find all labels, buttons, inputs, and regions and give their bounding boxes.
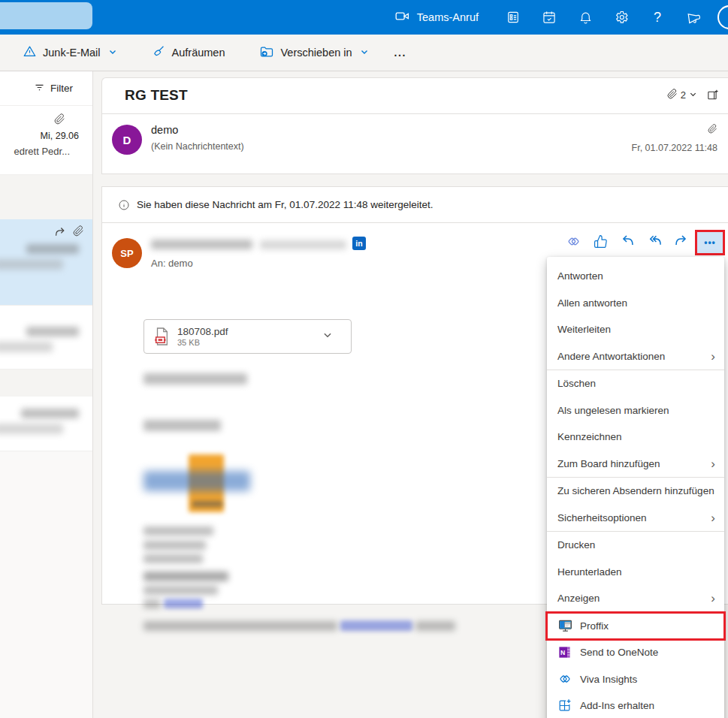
redacted-label	[143, 599, 161, 608]
menu-item-zum-board-hinzufuegen[interactable]: Zum Board hinzufügen›	[547, 451, 724, 478]
filter-button[interactable]: Filter	[0, 71, 92, 106]
command-toolbar: Junk-E-Mail Aufräumen Verschieben in ...	[0, 35, 728, 71]
redacted-date	[26, 327, 79, 336]
help-icon[interactable]: ?	[639, 0, 675, 35]
menu-item-viva-insights[interactable]: Viva Insights	[547, 666, 724, 693]
chevron-down-icon	[108, 47, 117, 59]
menu-item-allen-antworten[interactable]: Allen antworten	[547, 290, 724, 317]
attachment-name: 180708.pdf	[177, 326, 228, 339]
paperclip-icon	[667, 89, 678, 101]
submenu-chevron-icon: ›	[711, 511, 715, 524]
teams-call-label: Teams-Anruf	[417, 11, 479, 23]
redacted-text	[0, 342, 53, 352]
menu-item-loeschen[interactable]: Löschen	[547, 370, 724, 397]
message-sender: edrett Pedr...	[14, 146, 70, 157]
proffix-app-icon	[557, 618, 574, 633]
menu-item-kennzeichnen[interactable]: Kennzeichnen	[547, 424, 724, 451]
redacted-phone-line	[143, 586, 218, 595]
sender-name: demo	[151, 124, 178, 136]
like-icon[interactable]	[593, 234, 608, 249]
redacted-phone-line	[143, 572, 228, 581]
toolbar-overflow-button[interactable]: ...	[388, 44, 412, 62]
redacted-address-line	[143, 554, 203, 563]
menu-item-herunterladen[interactable]: Herunterladen	[547, 559, 724, 586]
attachment-chip[interactable]: 180708.pdf 35 KB	[143, 319, 352, 354]
menu-item-andere-antwortaktionen[interactable]: Andere Antwortaktionen›	[547, 343, 724, 370]
message-date: Fr, 01.07.2022 11:48	[632, 143, 717, 153]
message-list-item-selected[interactable]	[0, 219, 92, 306]
filter-label: Filter	[50, 83, 73, 94]
redacted-address-line	[143, 526, 213, 535]
list-gap	[0, 370, 92, 397]
menu-item-antworten[interactable]: Antworten	[547, 263, 724, 290]
gear-icon[interactable]	[603, 0, 639, 35]
junk-email-button[interactable]: Junk-E-Mail	[23, 44, 117, 61]
junk-email-label: Junk-E-Mail	[43, 47, 101, 59]
redacted-logo-wordmark	[143, 471, 250, 491]
viva-insights-icon[interactable]	[566, 234, 581, 249]
warning-triangle-icon	[23, 44, 37, 61]
attachment-count-dropdown[interactable]: 2	[667, 89, 697, 101]
teams-call-button[interactable]: Teams-Anruf	[394, 8, 479, 26]
move-to-label: Verschieben in	[280, 47, 352, 59]
reply-icon[interactable]	[620, 234, 635, 249]
submenu-chevron-icon: ›	[711, 350, 715, 363]
menu-item-anzeigen[interactable]: Anzeigen›	[547, 585, 724, 612]
list-gap	[0, 175, 92, 219]
open-in-new-window-icon[interactable]	[706, 89, 719, 104]
megaphone-icon[interactable]	[675, 0, 711, 35]
menu-item-proffix-highlighted[interactable]: Proffix	[547, 613, 724, 640]
reply-all-icon[interactable]	[647, 234, 662, 249]
message-list-item[interactable]: Mi, 29.06 edrett Pedr...	[0, 106, 92, 175]
more-actions-button-highlighted[interactable]: •••	[695, 230, 725, 255]
account-avatar[interactable]	[717, 5, 728, 29]
calendar-check-icon[interactable]	[531, 0, 567, 35]
message-context-menu: Antworten Allen antworten Weiterleiten A…	[547, 257, 724, 718]
redacted-text	[0, 259, 63, 270]
attachment-count: 2	[681, 89, 686, 101]
sender-avatar: D	[112, 125, 142, 155]
redacted-sender-email	[260, 240, 346, 249]
redacted-branding	[0, 2, 92, 29]
storyboard-icon[interactable]	[495, 0, 531, 35]
conversation-header: RG TEST 2	[102, 78, 728, 114]
message-preview: (Kein Nachrichtentext)	[151, 141, 244, 152]
move-to-button[interactable]: Verschieben in	[259, 44, 368, 62]
conversation-header-card: RG TEST 2 D demo (Kein Nachrichtentext) …	[101, 77, 728, 174]
video-camera-icon	[394, 8, 410, 26]
menu-item-send-to-onenote[interactable]: N Send to OneNote	[547, 639, 724, 666]
redacted-date	[26, 244, 79, 254]
linkedin-icon[interactable]: in	[352, 237, 366, 250]
sweep-label: Aufräumen	[172, 47, 225, 59]
menu-item-als-ungelesen-markieren[interactable]: Als ungelesen markieren	[547, 397, 724, 424]
forward-icon[interactable]	[674, 234, 689, 249]
redacted-text	[0, 424, 63, 434]
collapsed-message-row[interactable]: D demo (Kein Nachrichtentext) Fr, 01.07.…	[102, 114, 728, 174]
redacted-greeting	[143, 373, 247, 385]
redacted-disclaimer	[143, 621, 337, 631]
menu-item-drucken[interactable]: Drucken	[547, 532, 724, 559]
chevron-down-icon	[313, 330, 340, 343]
redacted-sender-name	[151, 240, 252, 249]
folder-move-icon	[259, 44, 274, 62]
filter-icon	[34, 82, 45, 95]
message-list-item[interactable]	[0, 397, 92, 451]
menu-item-weiterleiten[interactable]: Weiterleiten	[547, 316, 724, 343]
topbar: Teams-Anruf ?	[0, 0, 728, 35]
sweep-button[interactable]: Aufräumen	[152, 44, 225, 61]
sender-avatar: SP	[112, 238, 142, 268]
redacted-logo-tagline	[192, 501, 222, 507]
add-ins-icon	[557, 698, 574, 713]
bell-icon[interactable]	[567, 0, 603, 35]
svg-text:N: N	[560, 649, 565, 656]
forwarded-icon	[54, 226, 67, 242]
menu-item-zu-sicheren-absendern[interactable]: Zu sicheren Absendern hinzufügen	[547, 478, 724, 505]
redacted-link[interactable]	[164, 599, 203, 608]
menu-item-sicherheitsoptionen[interactable]: Sicherheitsoptionen›	[547, 505, 724, 532]
forward-notice-text: Sie haben diese Nachricht am Fr, 01.07.2…	[137, 199, 433, 210]
submenu-chevron-icon: ›	[711, 592, 715, 605]
paperclip-icon	[54, 113, 65, 128]
redacted-link[interactable]	[340, 620, 412, 631]
message-list-item[interactable]	[0, 306, 92, 370]
menu-item-add-ins-erhalten[interactable]: Add-Ins erhalten	[547, 692, 724, 718]
